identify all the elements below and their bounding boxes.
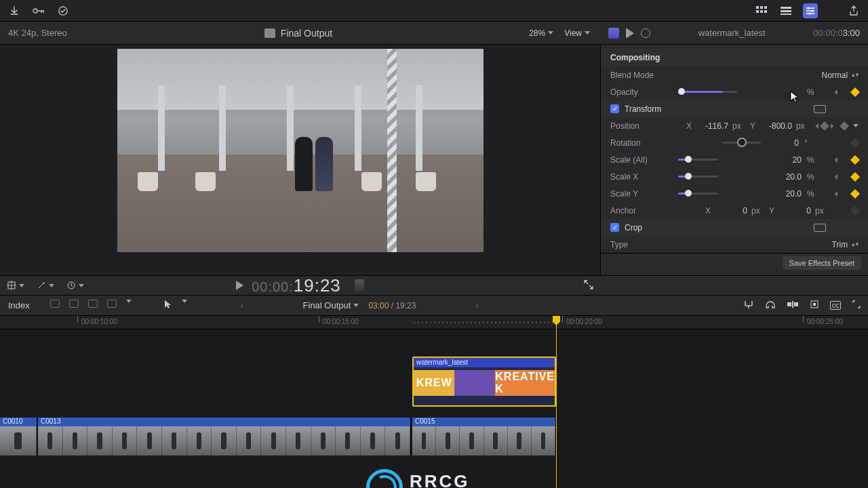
transform-section: ✓ Transform (601, 100, 868, 117)
svg-rect-9 (781, 10, 791, 12)
crop-type-row: Type Trim▲▼ (601, 236, 868, 253)
share-button[interactable] (846, 3, 861, 18)
generator-inspector-tab[interactable] (626, 28, 634, 39)
svg-rect-3 (760, 6, 763, 9)
skimming-button[interactable] (787, 300, 799, 310)
ruler-tick: 00:00:10:00 (81, 318, 117, 325)
position-keyframe[interactable] (840, 121, 849, 130)
opacity-row: Opacity % (601, 83, 868, 100)
background-tasks-button[interactable] (56, 3, 71, 18)
scale-all-slider[interactable] (678, 159, 718, 161)
app-toolbar (0, 0, 868, 22)
browser-grid-button[interactable] (754, 3, 769, 18)
captions-button[interactable]: cc (830, 301, 841, 310)
ruler-tick: 00:00:15:00 (323, 318, 359, 325)
timeline-clip[interactable]: C0015 (412, 418, 556, 455)
inspector-toggle-button[interactable] (803, 3, 818, 18)
scale-y-slider[interactable] (678, 192, 718, 195)
svg-rect-7 (764, 10, 767, 13)
svg-point-1 (59, 6, 67, 14)
scale-y-field[interactable]: 20.0 (769, 189, 802, 199)
anchor-y-field[interactable]: 0 (778, 206, 811, 216)
scale-x-keyframe[interactable] (850, 171, 860, 181)
rotation-dial[interactable] (722, 142, 761, 144)
position-y-field[interactable]: -800.0 (760, 121, 792, 131)
timeline-fullscreen-button[interactable] (852, 300, 861, 311)
timeline-name-dropdown[interactable]: Final Output (303, 300, 359, 310)
opacity-slider[interactable] (678, 91, 737, 93)
rotation-keyframe[interactable] (850, 138, 860, 147)
play-button[interactable] (236, 281, 243, 290)
timeline-history-back[interactable]: ‹ (241, 301, 243, 310)
opacity-prev-kf[interactable] (834, 89, 837, 95)
scale-x-slider[interactable] (678, 176, 718, 178)
browser-list-button[interactable] (778, 3, 793, 18)
timeline-ruler[interactable]: 00:00:10:0000:00:15:0000:00:20:0000:00:2… (0, 316, 868, 329)
inspector-panel: Compositing Blend Mode Normal▲▼ Opacity … (600, 45, 868, 275)
timeline-header: Index ‹ Final Output 03:00 / 19:23 › cc (0, 296, 868, 316)
svg-rect-18 (792, 301, 793, 308)
transform-checkbox[interactable]: ✓ (610, 104, 619, 113)
view-dropdown[interactable]: View (564, 28, 590, 38)
rotation-field[interactable]: 0 (766, 138, 799, 148)
video-inspector-tab[interactable] (608, 28, 619, 39)
clip-label: C0010 (0, 418, 37, 426)
transport-bar: 00:00:19:23 (0, 275, 868, 296)
clapper-icon (264, 28, 275, 38)
solo-button[interactable] (810, 300, 819, 311)
crop-checkbox[interactable]: ✓ (610, 223, 619, 232)
rotation-row: Rotation 0° (601, 134, 868, 151)
scale-all-row: Scale (All) 20% (601, 151, 868, 168)
viewer-frame (117, 49, 484, 252)
blend-mode-dropdown[interactable]: Normal▲▼ (821, 70, 859, 80)
clip-label: C0013 (38, 418, 410, 426)
crop-type-dropdown[interactable]: Trim▲▼ (832, 240, 859, 249)
playhead[interactable] (556, 316, 557, 488)
scale-y-row: Scale Y 20.0% (601, 185, 868, 202)
crop-onscreen-button[interactable] (814, 224, 826, 232)
svg-rect-4 (764, 6, 767, 9)
project-title: Final Output (281, 28, 332, 39)
svg-point-11 (808, 7, 810, 9)
anchor-x-field[interactable]: 0 (715, 206, 747, 216)
svg-rect-10 (781, 14, 791, 15)
fullscreen-viewer-button[interactable] (583, 279, 594, 292)
crop-section: ✓ Crop (601, 219, 868, 236)
viewer-panel[interactable] (0, 45, 600, 275)
scale-x-field[interactable]: 20.0 (769, 172, 802, 182)
anchor-keyframe[interactable] (850, 205, 860, 215)
scale-y-keyframe[interactable] (850, 188, 860, 198)
scale-x-row: Scale X 20.0% (601, 168, 868, 185)
timeline-clip[interactable]: C0013 (38, 418, 411, 455)
keyword-button[interactable] (31, 3, 46, 18)
zoom-dropdown[interactable]: 28% (529, 28, 553, 38)
ruler-tick: 00:00:25:00 (807, 318, 843, 325)
transform-onscreen-button[interactable] (814, 105, 826, 113)
position-row: Position X-116.7px Y-800.0px (601, 117, 868, 134)
svg-rect-8 (781, 7, 791, 9)
save-effects-preset-button[interactable]: Save Effects Preset (783, 256, 861, 270)
svg-point-0 (33, 9, 37, 13)
timeline[interactable]: 00:00:10:0000:00:15:0000:00:20:0000:00:2… (0, 316, 868, 488)
timecode-display[interactable]: 00:00:19:23 (252, 275, 341, 296)
opacity-keyframe[interactable] (850, 87, 860, 96)
position-x-field[interactable]: -116.7 (696, 121, 728, 131)
info-inspector-tab[interactable] (641, 28, 650, 38)
audio-skim-button[interactable] (765, 300, 776, 311)
primary-storyline[interactable]: C0010C0013C0015 (0, 418, 868, 455)
connected-clip[interactable]: watermark_latest KREWKREATIVE K (412, 357, 556, 407)
timeline-history-fwd[interactable]: › (475, 301, 478, 310)
timeline-clip[interactable]: C0010 (0, 418, 37, 455)
scale-all-field[interactable]: 20 (769, 155, 802, 165)
compositing-section: Compositing (601, 49, 868, 66)
anchor-row: Anchor X0px Y0px (601, 202, 868, 219)
position-expand[interactable] (853, 124, 859, 127)
blend-mode-row: Blend Mode Normal▲▼ (601, 66, 868, 83)
import-button[interactable] (7, 3, 22, 18)
connected-clip-label: watermark_latest (414, 358, 555, 367)
inspector-header: watermark_latest 00:00:03:00 (600, 22, 868, 44)
svg-rect-5 (756, 10, 759, 13)
svg-rect-20 (813, 303, 816, 306)
snapping-button[interactable] (743, 300, 754, 311)
scale-all-keyframe[interactable] (850, 155, 860, 164)
